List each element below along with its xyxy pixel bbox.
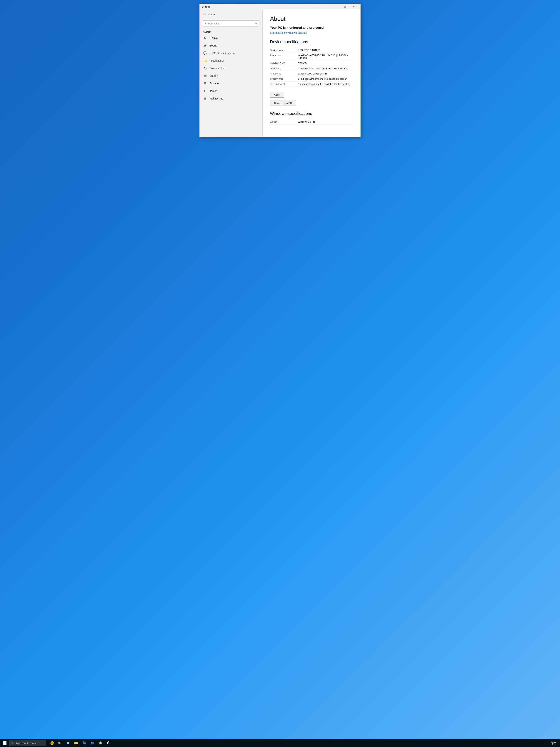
svg-rect-3 <box>5 743 6 745</box>
sidebar-item-notifications[interactable]: 💬 Notifications & actions <box>199 49 262 57</box>
svg-rect-14 <box>83 742 83 742</box>
device-specs-table: Device name DESKTOP-TIB4NU8 Processor In… <box>270 48 353 87</box>
security-link[interactable]: See details in Windows Security <box>270 31 307 34</box>
system-tray: ◂ 12:00PM <box>540 740 559 746</box>
svg-rect-15 <box>85 742 85 742</box>
svg-rect-5 <box>60 742 61 743</box>
taskbar-chrome-icon[interactable] <box>97 740 104 746</box>
ram-value: 3.00 GB <box>298 62 353 65</box>
sidebar-item-display[interactable]: 🖥 Display <box>199 34 262 42</box>
copy-button[interactable]: Copy <box>270 92 284 98</box>
svg-point-23 <box>108 743 109 744</box>
sidebar-item-tablet[interactable]: ⊡ Tablet <box>199 87 262 95</box>
window-title: Settings <box>202 5 332 8</box>
start-button[interactable] <box>1 739 9 747</box>
taskbar-search-text: Type here to search <box>16 742 37 744</box>
notifications-icon: 💬 <box>203 51 207 55</box>
close-button[interactable]: ✕ <box>350 4 358 10</box>
sidebar-item-sound[interactable]: 🔊 Sound <box>199 42 262 49</box>
rename-button[interactable]: Rename this PC <box>270 100 296 106</box>
spec-row-processor: Processor Intel(R) Core(TM) i3 CPU M 330… <box>270 53 353 61</box>
svg-rect-6 <box>59 744 61 744</box>
svg-rect-11 <box>75 742 76 743</box>
windows-specs-table: Edition Windows 10 Pro <box>270 119 353 125</box>
sidebar-item-storage-label: Storage <box>210 82 219 85</box>
search-icon: 🔍 <box>255 22 258 25</box>
minimize-button[interactable]: ─ <box>332 4 340 10</box>
taskbar-mail-icon[interactable] <box>89 740 96 746</box>
window-controls: ─ □ ✕ <box>332 4 358 10</box>
svg-rect-26 <box>107 743 108 743</box>
security-status: Your PC is monitored and protected. <box>270 26 353 30</box>
taskbar-search[interactable]: 🔍 Type here to search <box>9 740 46 746</box>
svg-text:7: 7 <box>84 743 85 744</box>
sidebar-item-power[interactable]: ⏻ Power & sleep <box>199 65 262 72</box>
taskbar-settings-icon[interactable] <box>105 740 112 746</box>
svg-rect-24 <box>108 742 109 742</box>
power-icon: ⏻ <box>203 67 207 70</box>
taskbar-calendar-icon[interactable]: 7 <box>81 740 88 746</box>
tray-icon[interactable]: ◂ <box>540 740 548 746</box>
sidebar: ⌂ Home 🔍 System 🖥 Display 🔊 Sound <box>199 10 263 137</box>
taskbar-search-icon: 🔍 <box>11 742 14 744</box>
spec-row-device-id: Device ID CC914065-34CD-4401-9DCD-C4EB54… <box>270 66 353 71</box>
search-input[interactable] <box>203 20 260 26</box>
taskbar-clownfish-icon[interactable]: 🐠 <box>48 740 55 746</box>
sidebar-home-label: Home <box>208 13 215 16</box>
taskbar-icons: 🐠 <box>48 740 112 746</box>
sidebar-item-focus-label: Focus assist <box>210 59 224 62</box>
maximize-button[interactable]: □ <box>341 4 349 10</box>
sidebar-item-multitasking[interactable]: ⊞ Multitasking <box>199 95 262 102</box>
sidebar-item-storage[interactable]: ⊟ Storage <box>199 79 262 87</box>
sidebar-item-sound-label: Sound <box>210 44 217 47</box>
spec-row-pen-touch: Pen and touch No pen or touch input is a… <box>270 81 353 87</box>
sound-icon: 🔊 <box>203 44 207 47</box>
window-body: ⌂ Home 🔍 System 🖥 Display 🔊 Sound <box>199 10 361 137</box>
desktop: Settings ─ □ ✕ ⌂ Home 🔍 System <box>0 0 560 739</box>
spec-row-system-type: System type 64-bit operating system, x64… <box>270 76 353 81</box>
spec-row-device-name: Device name DESKTOP-TIB4NU8 <box>270 48 353 53</box>
device-id-label: Device ID <box>270 67 294 70</box>
home-icon: ⌂ <box>203 12 205 16</box>
spec-row-edition: Edition Windows 10 Pro <box>270 119 353 125</box>
sidebar-item-display-label: Display <box>210 36 218 40</box>
battery-icon: ▭ <box>203 74 207 77</box>
sidebar-item-battery[interactable]: ▭ Battery <box>199 72 262 79</box>
taskbar-task-view-icon[interactable] <box>56 740 63 746</box>
svg-rect-0 <box>3 741 5 743</box>
sidebar-item-battery-label: Battery <box>210 74 218 77</box>
svg-rect-1 <box>5 741 6 743</box>
title-bar: Settings ─ □ ✕ <box>199 4 361 10</box>
edition-label: Edition <box>270 121 294 123</box>
focus-icon: 🌙 <box>203 59 207 62</box>
sidebar-item-tablet-label: Tablet <box>210 89 216 93</box>
sidebar-home[interactable]: ⌂ Home <box>199 10 262 19</box>
taskbar: 🔍 Type here to search 🐠 <box>0 739 560 747</box>
sidebar-item-multitasking-label: Multitasking <box>210 97 223 100</box>
tray-clock[interactable]: 12:00PM <box>548 740 559 746</box>
spec-row-ram: Installed RAM 3.00 GB <box>270 61 353 66</box>
processor-label: Processor <box>270 54 294 59</box>
page-title: About <box>270 16 353 22</box>
sidebar-item-focus[interactable]: 🌙 Focus assist <box>199 57 262 65</box>
svg-rect-7 <box>59 743 60 744</box>
sidebar-item-power-label: Power & sleep <box>210 67 226 70</box>
search-box: 🔍 <box>203 20 260 26</box>
taskbar-explorer-icon[interactable] <box>73 740 80 746</box>
taskbar-edge-icon[interactable] <box>64 740 72 746</box>
product-id-label: Product ID <box>270 72 294 75</box>
device-specs-title: Device specifications <box>270 40 353 44</box>
pen-touch-value: No pen or touch input is available for t… <box>298 83 353 85</box>
device-id-value: CC914065-34CD-4401-9DCD-C4EB54612F04 <box>298 67 353 70</box>
edition-value: Windows 10 Pro <box>298 121 353 123</box>
display-icon: 🖥 <box>203 36 207 40</box>
pen-touch-label: Pen and touch <box>270 83 294 85</box>
system-type-value: 64-bit operating system, x64-based proce… <box>298 77 353 80</box>
settings-window: Settings ─ □ ✕ ⌂ Home 🔍 System <box>199 4 361 137</box>
product-id-value: 00330-80000-00000-AA755 <box>298 72 353 75</box>
spec-row-product-id: Product ID 00330-80000-00000-AA755 <box>270 71 353 76</box>
tray-time: 12:00PM <box>551 741 556 745</box>
sidebar-section-header: System <box>199 29 262 34</box>
sidebar-item-notifications-label: Notifications & actions <box>210 52 235 55</box>
svg-rect-4 <box>58 742 60 743</box>
